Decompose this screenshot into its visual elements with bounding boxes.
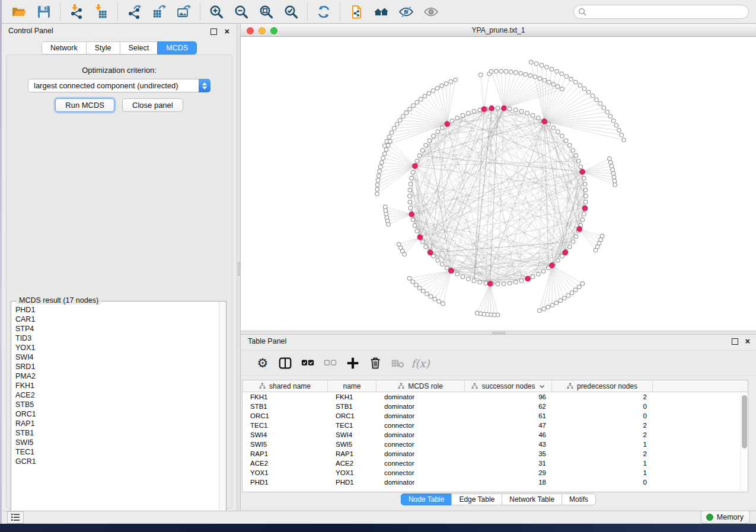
mcds-node-item[interactable]: ACE2 (11, 390, 219, 400)
table-cell (653, 430, 741, 440)
table-cell: YOX1 (328, 468, 377, 477)
tab-select[interactable]: Select (120, 41, 158, 55)
tab-network-table[interactable]: Network Table (502, 493, 562, 505)
table-row[interactable]: FKH1FKH1dominator962 (243, 392, 748, 402)
open-session-icon[interactable] (10, 3, 28, 21)
tab-node-table[interactable]: Node Table (401, 493, 452, 505)
tab-edge-table[interactable]: Edge Table (451, 493, 502, 505)
status-bar: Memory (2, 511, 756, 524)
mcds-node-item[interactable]: SWI4 (11, 352, 219, 362)
table-row[interactable]: ORC1ORC1dominator610 (243, 411, 748, 421)
float-panel-icon[interactable] (210, 28, 217, 35)
column-header-name[interactable]: name (328, 380, 377, 392)
close-panel-icon[interactable]: × (225, 26, 229, 37)
zoom-window-icon[interactable] (270, 27, 277, 34)
mcds-scrollbar[interactable] (219, 302, 226, 521)
minimize-window-icon[interactable] (259, 27, 266, 34)
table-scrollbar[interactable] (740, 393, 748, 491)
mcds-node-item[interactable]: YOX1 (11, 343, 219, 352)
tab-motifs[interactable]: Motifs (562, 493, 596, 505)
network-canvas[interactable] (241, 37, 756, 331)
table-settings-icon[interactable]: ⚙ (253, 353, 273, 373)
mcds-node-item[interactable]: CAR1 (11, 315, 219, 324)
tab-style[interactable]: Style (86, 41, 120, 55)
mcds-node-item[interactable]: TID3 (11, 334, 219, 343)
home-icon[interactable] (372, 3, 390, 21)
zoom-out-icon[interactable] (232, 3, 250, 21)
tab-mcds[interactable]: MCDS (157, 41, 197, 55)
table-row[interactable]: SWI4SWI4dominator462 (243, 430, 748, 440)
deselect-all-icon[interactable] (320, 353, 340, 373)
table-cell: 96 (465, 392, 552, 402)
mcds-node-item[interactable]: SWI5 (11, 438, 219, 447)
table-cell: PHD1 (243, 477, 328, 487)
column-header-predecessor-nodes[interactable]: predecessor nodes (552, 380, 653, 392)
main-toolbar (2, 0, 756, 24)
import-network-icon[interactable] (68, 3, 85, 21)
mcds-node-item[interactable]: STB1 (11, 428, 219, 438)
table-row[interactable]: PHD1PHD1dominator180 (243, 477, 748, 487)
close-panel-button[interactable]: Close panel (122, 98, 183, 112)
show-hidden-icon[interactable] (422, 3, 440, 21)
zoom-in-icon[interactable] (208, 3, 225, 21)
mcds-node-item[interactable]: STP4 (11, 324, 219, 334)
table-row[interactable]: SWI5SWI5connector431 (243, 440, 748, 449)
close-window-icon[interactable] (247, 27, 254, 34)
column-header-filler (653, 380, 741, 392)
mcds-node-item[interactable]: RAP1 (11, 419, 219, 428)
table-row[interactable]: RAP1RAP1dominator352 (243, 449, 748, 459)
save-session-icon[interactable] (35, 3, 53, 21)
run-mcds-button[interactable]: Run MCDS (55, 98, 114, 112)
refresh-icon[interactable] (315, 3, 333, 21)
mcds-node-item[interactable]: STB5 (11, 400, 219, 409)
vertical-splitter[interactable] (237, 24, 241, 511)
right-stack: YPA_prune.txt_1 Table Panel × ⚙f(x) shar… (241, 24, 756, 511)
share-document-icon[interactable] (347, 3, 365, 21)
task-history-button[interactable] (7, 511, 24, 524)
add-column-icon[interactable] (343, 353, 363, 373)
table-row[interactable]: TEC1TEC1connector472 (243, 421, 748, 430)
export-image-icon[interactable] (175, 3, 193, 21)
column-header-MCDS-role[interactable]: MCDS role (377, 380, 465, 392)
table-cell: 35 (465, 449, 552, 459)
close-table-panel-icon[interactable]: × (745, 336, 750, 347)
table-cell (653, 421, 741, 430)
table-cell: 2 (552, 449, 653, 459)
mcds-node-item[interactable]: PHD1 (11, 305, 219, 315)
mcds-node-item[interactable]: SRD1 (11, 362, 219, 371)
mcds-node-item[interactable]: GCR1 (11, 457, 219, 466)
memory-button[interactable]: Memory (701, 511, 750, 524)
zoom-fit-icon[interactable] (257, 3, 275, 21)
mcds-node-item[interactable]: PMA2 (11, 371, 219, 381)
horizontal-splitter[interactable] (241, 331, 756, 335)
toolbar-icons (7, 3, 444, 21)
table-tabs: Node TableEdge TableNetwork TableMotifs (241, 493, 756, 505)
table-scrollbar-thumb[interactable] (742, 395, 747, 448)
table-cell: FKH1 (243, 392, 328, 402)
table-row[interactable]: YOX1YOX1connector291 (243, 468, 748, 477)
zoom-selected-icon[interactable] (282, 3, 300, 21)
search-input[interactable] (573, 5, 749, 19)
float-table-panel-icon[interactable] (732, 338, 738, 345)
table-cell: YOX1 (243, 468, 328, 477)
export-table-icon[interactable] (150, 3, 168, 21)
hide-selected-icon[interactable] (397, 3, 415, 21)
select-all-icon[interactable] (298, 353, 318, 373)
table-cell: 0 (552, 402, 653, 411)
criterion-dropdown[interactable]: largest connected component (undirected) (28, 79, 210, 92)
table-row[interactable]: STB1STB1dominator620 (243, 402, 748, 411)
tab-network[interactable]: Network (42, 41, 87, 55)
delete-column-icon[interactable] (365, 353, 385, 373)
mcds-node-item[interactable]: ORC1 (11, 409, 219, 419)
delete-table-icon (388, 353, 408, 373)
table-row[interactable]: ACE2ACE2connector311 (243, 459, 748, 468)
export-network-icon[interactable] (125, 3, 143, 21)
mcds-node-item[interactable]: FKH1 (11, 381, 219, 390)
table-cell: FKH1 (328, 392, 377, 402)
mcds-node-item[interactable]: TEC1 (11, 447, 219, 457)
column-panes-icon[interactable] (275, 353, 295, 373)
network-window-titlebar[interactable]: YPA_prune.txt_1 (241, 24, 756, 37)
import-table-icon[interactable] (92, 3, 110, 21)
column-header-successor-nodes[interactable]: successor nodes (465, 380, 552, 392)
column-header-shared-name[interactable]: shared name (243, 380, 328, 392)
